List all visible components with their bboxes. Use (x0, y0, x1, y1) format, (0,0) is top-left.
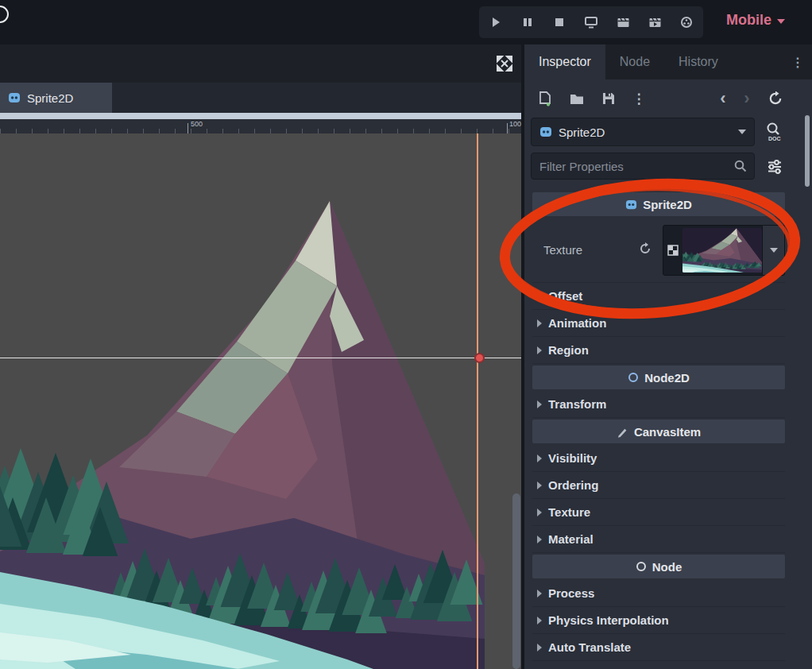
movie-maker-button[interactable] (671, 8, 702, 37)
stop-button[interactable] (543, 8, 575, 37)
run-target-selector[interactable]: Mobile (726, 12, 785, 29)
texture-thumbnail (682, 228, 762, 273)
scene-tab-label: Sprite2D (27, 91, 73, 105)
topbar: Mobile (0, 0, 812, 44)
tab-label: Inspector (539, 55, 591, 69)
expander-arrow-icon (537, 454, 542, 462)
pause-icon (521, 16, 534, 29)
category-label: Node2D (644, 371, 690, 385)
texture-resource-button[interactable] (663, 225, 763, 276)
tab-node[interactable]: Node (605, 44, 664, 79)
revert-icon (639, 242, 652, 255)
property-group-visibility[interactable]: Visibility (532, 445, 785, 472)
texture-property-row: Texture (532, 218, 785, 283)
chevron-down-icon (770, 248, 778, 253)
dock-menu-button[interactable]: ⋮ (791, 55, 804, 70)
expander-arrow-icon (537, 292, 542, 300)
group-label: Animation (548, 316, 606, 330)
save-resource-button[interactable] (597, 87, 620, 110)
filter-properties-field[interactable] (531, 153, 755, 180)
playback-controls (479, 6, 703, 38)
property-group-material[interactable]: Material (532, 526, 785, 553)
history-forward-button[interactable]: › (736, 87, 758, 110)
canvasitem-icon (617, 426, 628, 438)
search-icon (734, 160, 747, 172)
property-group-region[interactable]: Region (532, 337, 785, 364)
ruler-label: 1000 (509, 120, 521, 128)
ruler-major-tick (188, 123, 188, 133)
property-group-process[interactable]: Process (532, 580, 785, 607)
property-tools-button[interactable] (761, 153, 788, 181)
property-group-physics-interpolation[interactable]: Physics Interpolation (532, 607, 785, 634)
load-resource-button[interactable] (566, 87, 588, 110)
viewport-top-strip (0, 113, 521, 119)
tune-sliders-icon (767, 159, 783, 175)
expander-arrow-icon (537, 481, 542, 489)
resource-menu-button[interactable]: ⋮ (628, 87, 650, 110)
property-group-texture[interactable]: Texture (532, 499, 785, 526)
expander-arrow-icon (537, 590, 542, 597)
history-back-button[interactable]: ‹ (712, 87, 734, 110)
horizontal-guide-line (0, 358, 521, 358)
edit-history-button[interactable] (764, 87, 787, 110)
new-resource-button[interactable] (534, 87, 556, 110)
category-label: Sprite2D (643, 198, 692, 211)
ruler-major-tick (507, 123, 508, 133)
search-docs-button[interactable]: DOC (761, 118, 788, 146)
node2d-icon (628, 372, 639, 383)
sprite2d-icon (8, 91, 21, 104)
category-node2d: Node2D (532, 365, 785, 389)
chevron-right-icon: › (744, 90, 749, 107)
property-group-animation[interactable]: Animation (532, 310, 785, 337)
node-origin-handle[interactable] (474, 353, 485, 363)
folder-icon (570, 93, 584, 105)
distraction-free-button[interactable] (496, 55, 513, 72)
object-selector-value: Sprite2D (559, 126, 605, 139)
property-group-editor-description[interactable]: Editor Description (532, 661, 785, 669)
sprite2d-icon (625, 199, 637, 211)
tab-label: Node (620, 55, 650, 69)
tab-inspector[interactable]: Inspector (524, 44, 605, 79)
inspector-toolbar: ⋮ ‹ › (524, 79, 812, 118)
svg-text:DOC: DOC (768, 136, 781, 141)
run-target-label: Mobile (726, 12, 771, 29)
group-label: Ordering (548, 478, 598, 492)
property-group-ordering[interactable]: Ordering (532, 472, 785, 499)
category-canvasitem: CanvasItem (532, 420, 785, 443)
group-label: Transform (548, 397, 606, 411)
object-selector-dropdown[interactable]: Sprite2D (531, 118, 755, 146)
viewport-canvas[interactable] (0, 133, 521, 669)
pause-button[interactable] (512, 8, 543, 37)
tab-label: History (679, 55, 718, 69)
stop-icon (553, 16, 566, 29)
viewport-vertical-scrollbar[interactable] (512, 493, 520, 669)
play-custom-scene-button[interactable] (639, 8, 671, 37)
tab-history[interactable]: History (664, 44, 733, 79)
property-group-transform[interactable]: Transform (532, 391, 785, 418)
group-label: Auto Translate (548, 640, 631, 654)
clapperboard-icon (617, 16, 630, 29)
play-button[interactable] (480, 8, 512, 37)
texture-options-button[interactable] (763, 225, 785, 276)
filter-properties-input[interactable] (532, 160, 734, 173)
editor-header-strip (0, 44, 521, 83)
property-label: Texture (543, 243, 582, 257)
new-resource-icon (538, 91, 552, 106)
remote-debug-button[interactable] (575, 8, 607, 37)
group-label: Physics Interpolation (548, 613, 669, 627)
category-label: Node (652, 560, 682, 574)
property-group-auto-translate[interactable]: Auto Translate (532, 634, 785, 661)
film-reel-icon (680, 16, 693, 29)
ruler-label: 500 (191, 120, 203, 128)
inspector-tab-bar: Inspector Node History ⋮ (524, 44, 812, 79)
revert-property-button[interactable] (639, 242, 652, 258)
expander-arrow-icon (537, 617, 542, 625)
texture-type-icon (667, 245, 679, 256)
property-group-offset[interactable]: Offset (532, 283, 785, 310)
inspector-scrollbar[interactable] (805, 115, 810, 187)
play-scene-button[interactable] (607, 8, 639, 37)
clapperboard-play-icon (648, 16, 662, 29)
group-label: Region (548, 343, 589, 357)
scene-tab-sprite2d[interactable]: Sprite2D (0, 83, 112, 113)
expander-arrow-icon (537, 319, 542, 327)
